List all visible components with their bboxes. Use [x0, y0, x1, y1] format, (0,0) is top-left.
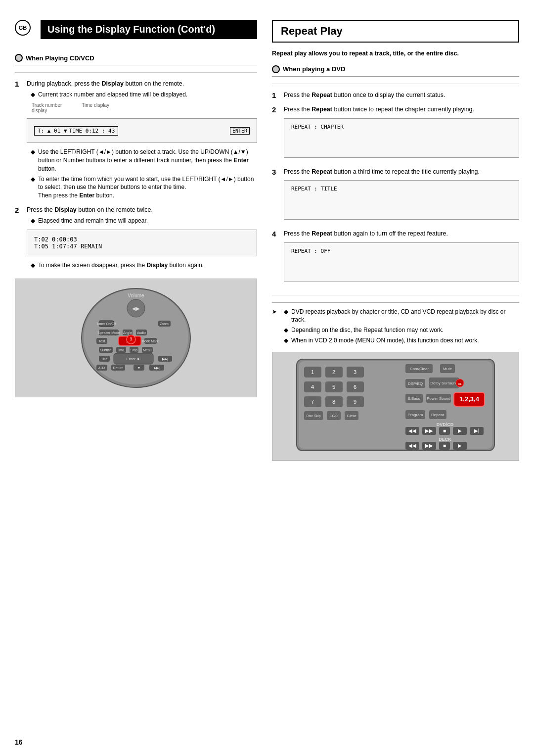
- svg-text:Test: Test: [99, 339, 105, 343]
- svg-text:Clear: Clear: [347, 414, 356, 418]
- repeat-step-3-content: Press the Repeat button a third time to …: [284, 168, 519, 226]
- svg-text:DECK: DECK: [439, 437, 451, 442]
- repeat-off-text: REPEAT : OFF: [291, 248, 330, 254]
- svg-text:4: 4: [311, 384, 314, 390]
- page: GB Using the Display Function (Cont'd) W…: [0, 0, 534, 480]
- svg-text:Disc Skip: Disc Skip: [306, 414, 320, 418]
- repeat-step-2-num: 2: [272, 105, 280, 114]
- svg-text:Power Sound: Power Sound: [427, 396, 450, 401]
- repeat-step-3-text: Press the Repeat button a third time to …: [284, 168, 519, 177]
- gb-badge: GB: [15, 20, 31, 36]
- svg-text:▶▶|: ▶▶|: [154, 366, 160, 370]
- diagram-labels: Track numberdisplay Time display: [27, 102, 257, 113]
- label-track-number: Track numberdisplay: [32, 102, 62, 113]
- diamond-note-2: ◆: [284, 326, 288, 334]
- dvd-label: When playing a DVD: [283, 65, 345, 73]
- note-2: ◆ Depending on the disc, the Repeat func…: [280, 326, 519, 334]
- svg-text:▶▶|: ▶▶|: [162, 357, 168, 361]
- repeat-step-3: 3 Press the Repeat button a third time t…: [272, 168, 519, 226]
- svg-text:Enter ►: Enter ►: [126, 357, 140, 361]
- repeat-step-1: 1 Press the Repeat button once to displa…: [272, 91, 519, 102]
- time-enter-text: To enter the time from which you want to…: [38, 175, 257, 200]
- repeat-step-4: 4 Press the Repeat button again to turn …: [272, 230, 519, 288]
- right-column: Repeat Play Repeat play allows you to re…: [272, 20, 519, 461]
- notes-section: ➤ ◆ DVD repeats playback by chapter or t…: [272, 302, 519, 347]
- diamond-icon-4: ◆: [31, 217, 35, 225]
- page-number: 16: [15, 738, 23, 746]
- diamond-icon: ◆: [31, 91, 35, 99]
- repeat-step-4-text: Press the Repeat button again to turn of…: [284, 230, 519, 238]
- svg-text:■: ■: [443, 443, 446, 448]
- repeat-step-4-content: Press the Repeat button again to turn of…: [284, 230, 519, 288]
- left-right-text: Use the LEFT/RIGHT (◄/►) button to selec…: [38, 148, 257, 173]
- disappear-text: To make the screen disappear, press the …: [38, 261, 204, 270]
- notes-list: ◆ DVD repeats playback by chapter or tit…: [280, 308, 519, 347]
- step-1-text: During playback, press the Display butto…: [27, 80, 257, 89]
- svg-text:1: 1: [311, 369, 314, 375]
- repeat-intro: Repeat play allows you to repeat a track…: [272, 49, 519, 58]
- remote-svg-left: Volume ◀▶ Timer On/Off Zoom Speaker Mode…: [69, 284, 203, 392]
- svg-text:Audio: Audio: [137, 331, 146, 334]
- svg-text:DSP/EQ: DSP/EQ: [408, 381, 423, 386]
- svg-text:Repeat: Repeat: [431, 413, 445, 417]
- svg-text:AUX: AUX: [98, 366, 106, 370]
- step-2-bullet-text: Elapsed time and remain time will appear…: [38, 217, 148, 225]
- repeat-step-1-text: Press the Repeat button once to display …: [284, 91, 519, 100]
- repeat-title-text: REPEAT : TITLE: [291, 186, 337, 192]
- svg-text:10/0: 10/0: [330, 414, 338, 418]
- note-1-text: DVD repeats playback by chapter or title…: [291, 308, 519, 325]
- svg-text:Info: Info: [118, 348, 124, 352]
- note-1: ◆ DVD repeats playback by chapter or tit…: [280, 308, 519, 325]
- elapsed-line2: T:05 1:07:47 REMAIN: [34, 243, 250, 250]
- svg-text:Mute: Mute: [443, 367, 452, 371]
- svg-text:S.Bass: S.Bass: [407, 396, 420, 401]
- diamond-note-3: ◆: [284, 336, 288, 345]
- remote-svg-right: 1 2 3 Com/Clear Com/Clear Mute 4 5 6: [292, 357, 499, 456]
- svg-text:DL: DL: [458, 382, 462, 385]
- diamond-icon-2: ◆: [31, 148, 35, 173]
- diamond-icon-5: ◆: [31, 261, 35, 270]
- cd-vcd-label: When Playing CD/VCD: [26, 54, 94, 62]
- diamond-icon-3: ◆: [31, 175, 35, 200]
- repeat-step-2: 2 Press the Repeat button twice to repea…: [272, 105, 519, 164]
- step-2-content: Press the Display button on the remote t…: [27, 206, 257, 272]
- svg-text:Angle: Angle: [123, 331, 132, 335]
- svg-text:Speaker Mode: Speaker Mode: [97, 331, 120, 335]
- svg-text:Program: Program: [408, 413, 423, 417]
- repeat-step-3-num: 3: [272, 168, 280, 176]
- svg-text:3: 3: [354, 369, 356, 375]
- svg-text:▶: ▶: [458, 443, 462, 448]
- repeat-chapter-display: REPEAT : CHAPTER: [284, 118, 519, 158]
- note-3-text: When in VCD 2.0 mode (MENU ON mode), thi…: [291, 336, 479, 345]
- svg-text:▶: ▶: [458, 428, 462, 433]
- step-1: 1 During playback, press the Display but…: [15, 80, 257, 202]
- time-value: TIME 0:12 : 43: [69, 128, 115, 134]
- disappear-bullet: ◆ To make the screen disappear, press th…: [27, 261, 257, 270]
- enter-button-indicator: ENTER: [230, 127, 250, 135]
- svg-text:1,2,3,4: 1,2,3,4: [459, 395, 480, 403]
- right-section-header: Repeat Play: [272, 20, 519, 43]
- time-enter-bullet: ◆ To enter the time from which you want …: [27, 175, 257, 200]
- track-diagram: Track numberdisplay Time display T: ▲ 01…: [27, 102, 257, 143]
- circle-icon: [15, 54, 23, 62]
- left-section-header: Using the Display Function (Cont'd): [41, 20, 257, 39]
- track-display-box: T: ▲ 01 ▼ TIME 0:12 : 43 ENTER: [27, 118, 257, 143]
- svg-text:▼: ▼: [137, 366, 141, 370]
- svg-text:Return: Return: [113, 366, 123, 370]
- left-right-bullet: ◆ Use the LEFT/RIGHT (◄/►) button to sel…: [27, 148, 257, 173]
- svg-text:2: 2: [332, 369, 335, 375]
- svg-text:DVD/CD: DVD/CD: [437, 422, 454, 427]
- svg-text:▶▶: ▶▶: [425, 428, 433, 433]
- svg-text:Volume: Volume: [128, 293, 144, 298]
- repeat-step-1-num: 1: [272, 91, 280, 99]
- note-2-text: Depending on the disc, the Repeat functi…: [291, 326, 444, 334]
- svg-text:Com/Clear: Com/Clear: [410, 367, 429, 371]
- repeat-step-1-content: Press the Repeat button once to display …: [284, 91, 519, 102]
- svg-text:◀▶: ◀▶: [132, 306, 140, 311]
- diamond-note-1: ◆: [284, 308, 288, 325]
- svg-text:6: 6: [354, 384, 356, 390]
- track-value: T: ▲ 01 ▼: [38, 128, 67, 134]
- svg-text:Subtitle: Subtitle: [100, 348, 111, 352]
- svg-text:Zoom: Zoom: [160, 322, 169, 326]
- circle-icon-2: [272, 65, 280, 73]
